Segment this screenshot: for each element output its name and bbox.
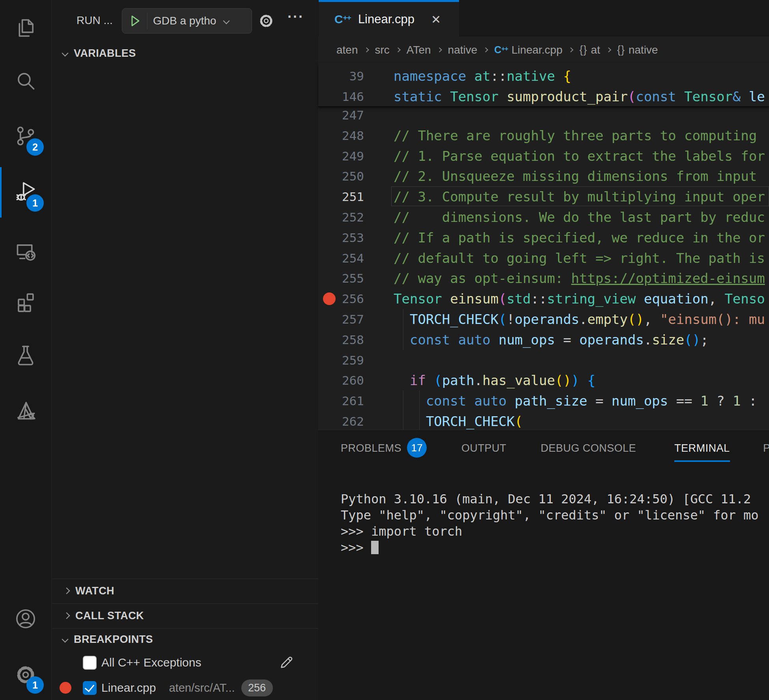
code-text: // If a path is specified, we reduce in … [394,227,769,248]
code-line-247[interactable]: 247 [318,105,769,125]
code-line-255[interactable]: 255// way as opt-einsum: https://optimiz… [318,268,769,289]
code-line-248[interactable]: 248// There are roughly three parts to c… [318,125,769,146]
variables-section-header[interactable]: VARIABLES [52,45,318,62]
sticky-scroll[interactable]: 39namespace at::native {146static Tensor… [318,63,769,107]
line-number[interactable]: 251 [318,186,364,207]
line-number[interactable]: 39 [318,66,364,86]
code-area[interactable]: 247248// There are roughly three parts t… [318,63,769,430]
accounts-icon[interactable] [14,607,37,630]
breakpoint-row-linear[interactable]: Linear.cpp aten/src/AT... 256 [52,678,318,698]
indent-guide [419,391,420,411]
explorer-icon[interactable] [14,17,37,39]
breadcrumb-separator-icon [606,47,611,52]
call-stack-section-header[interactable]: CALL STACK [52,607,318,624]
code-line-261[interactable]: 261 const auto path_size = num_ops == 1 … [318,391,769,411]
code-text: // default to going left => right. The p… [394,248,769,268]
terminal-cursor[interactable] [371,541,379,554]
debug-settings-gear-icon[interactable] [258,13,274,31]
code-line-253[interactable]: 253// If a path is specified, we reduce … [318,227,769,248]
line-number[interactable]: 254 [318,248,364,268]
remote-explorer-icon[interactable] [14,241,37,264]
line-number[interactable]: 262 [318,411,364,430]
panel-tab-output[interactable]: OUTPUT [461,437,506,459]
line-number[interactable]: 258 [318,330,364,350]
breakpoint-path: aten/src/AT... [169,681,235,694]
breadcrumb-item[interactable]: aten [336,44,358,56]
line-number[interactable]: 146 [318,86,364,107]
line-number[interactable]: 253 [318,227,364,248]
code-line-262[interactable]: 262 TORCH_CHECK( [318,411,769,430]
breadcrumb-item[interactable]: native [629,44,658,56]
breadcrumb-separator-icon [437,47,442,52]
code-line-39[interactable]: 39namespace at::native { [318,66,769,86]
code-line-146[interactable]: 146static Tensor sumproduct_pair(const T… [318,86,769,107]
line-number[interactable]: 256 [318,289,364,309]
launch-config-dropdown[interactable]: GDB a pytho [122,8,252,34]
code-text: Tensor einsum(std::string_view equation,… [394,289,769,309]
line-number[interactable]: 257 [318,309,364,330]
code-line-251[interactable]: 251// 3. Compute result by multiplying i… [318,186,769,207]
code-text: const auto path_size = num_ops == 1 ? 1 … [394,391,769,411]
code-text: namespace at::native { [394,66,769,86]
chevron-right-icon [63,612,70,619]
tab-linear-cpp[interactable]: C++ Linear.cpp ✕ [319,0,459,37]
symbol-braces-icon: {} [579,44,587,56]
line-number[interactable]: 255 [318,268,364,289]
chevron-down-icon [62,636,69,643]
cpp-file-icon: C++ [494,44,508,56]
linear-breakpoint-checkbox[interactable] [83,681,97,695]
breadcrumb-separator-icon [568,47,573,52]
line-number[interactable]: 247 [318,105,364,125]
code-line-254[interactable]: 254// default to going left => right. Th… [318,248,769,268]
code-line-250[interactable]: 250// 2. Unsqueeze missing dimensions fr… [318,166,769,186]
custom-tool-icon[interactable] [14,399,37,422]
editor-tab-bar: C++ Linear.cpp ✕ [318,0,769,37]
breadcrumb-item[interactable]: at [591,44,600,56]
code-line-259[interactable]: 259 [318,350,769,370]
code-line-249[interactable]: 249// 1. Parse equation to extract the l… [318,146,769,166]
terminal-line: >>> import torch [341,523,769,540]
breadcrumb-item[interactable]: native [448,44,478,56]
breadcrumb[interactable]: atensrcATennativeC++Linear.cpp{}at{}nati… [336,37,658,63]
exceptions-checkbox[interactable] [83,656,97,670]
debug-badge: 1 [26,194,44,212]
panel-tab-problems[interactable]: PROBLEMS17 [341,437,427,459]
breadcrumb-item[interactable]: ATen [407,44,431,56]
code-text: const auto num_ops = operands.size(); [394,330,769,350]
code-text: // dimensions. We do the last part by re… [394,207,769,227]
settings-badge: 1 [26,676,44,694]
testing-icon[interactable] [14,344,37,367]
breadcrumb-separator-icon [396,47,401,52]
indent-guide [403,411,403,430]
code-line-252[interactable]: 252// dimensions. We do the last part by… [318,207,769,227]
search-icon[interactable] [14,69,37,92]
more-actions-icon[interactable]: ··· [284,9,308,25]
breakpoint-dot [60,682,71,694]
code-line-260[interactable]: 260 if (path.has_value()) { [318,370,769,391]
line-number[interactable]: 248 [318,125,364,146]
panel-tab-terminal[interactable]: TERMINAL [674,437,730,459]
breadcrumb-item[interactable]: src [375,44,390,56]
problems-count-badge: 17 [407,438,427,458]
breadcrumb-separator-icon [364,47,369,52]
breadcrumb-item[interactable]: Linear.cpp [511,44,562,56]
code-line-257[interactable]: 257 TORCH_CHECK(!operands.empty(), "eins… [318,309,769,330]
edit-condition-pencil-icon[interactable] [278,653,295,671]
start-debug-button[interactable] [122,13,147,29]
code-line-256[interactable]: 256Tensor einsum(std::string_view equati… [318,289,769,309]
line-number[interactable]: 261 [318,391,364,411]
code-text: // There are roughly three parts to comp… [394,125,769,146]
extensions-icon[interactable] [14,290,37,313]
line-number[interactable]: 259 [318,350,364,370]
panel-tab-debug-console[interactable]: DEBUG CONSOLE [541,437,636,459]
breakpoints-section-header[interactable]: BREAKPOINTS [52,631,318,648]
panel-tab-p[interactable]: P [763,437,769,459]
line-number[interactable]: 252 [318,207,364,227]
line-number[interactable]: 250 [318,166,364,186]
line-number[interactable]: 249 [318,146,364,166]
line-number[interactable]: 260 [318,370,364,391]
close-icon[interactable]: ✕ [431,13,441,26]
watch-section-header[interactable]: WATCH [52,582,318,599]
source-control-badge: 2 [26,138,44,156]
code-line-258[interactable]: 258 const auto num_ops = operands.size()… [318,330,769,350]
